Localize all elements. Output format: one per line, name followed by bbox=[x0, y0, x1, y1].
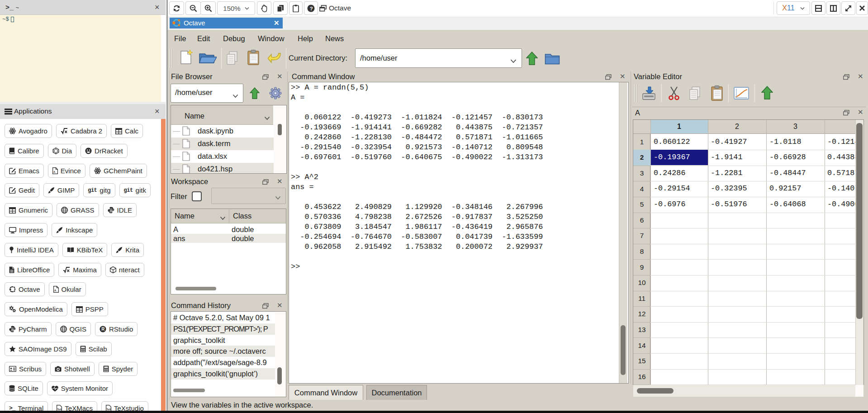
svg-text:A: A bbox=[54, 289, 57, 292]
svg-text:TeX: TeX bbox=[57, 408, 62, 411]
svg-text:?: ? bbox=[310, 5, 313, 11]
svg-text:TeX: TeX bbox=[107, 408, 111, 411]
svg-text:A: A bbox=[53, 171, 56, 173]
svg-text:R: R bbox=[101, 327, 105, 332]
